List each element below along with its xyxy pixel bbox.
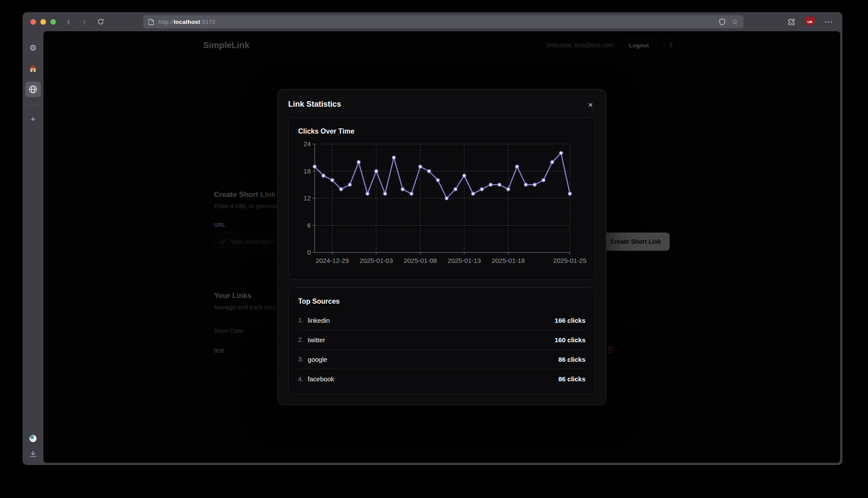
browser-menu-icon[interactable]: ⋯ [824,16,834,27]
svg-text:18: 18 [303,167,311,175]
reload-icon[interactable] [95,12,107,31]
extensions-puzzle-icon[interactable] [787,18,796,26]
source-clicks: 166 clicks [555,317,585,324]
source-name: facebook [308,375,334,383]
url-bar[interactable]: http://localhost:5173 ☆ [143,15,743,28]
top-source-row: 4.facebook86 clicks [298,369,585,389]
source-clicks: 160 clicks [555,336,585,344]
top-source-row: 1.linkedin166 clicks [298,311,585,330]
screen: ‹ › http://localhost:5173 [0,0,868,498]
source-clicks: 86 clicks [558,356,585,363]
svg-text:2025-01-25: 2025-01-25 [553,257,587,264]
window-zoom-button[interactable] [50,19,56,25]
url-text: http://localhost:5173 [158,19,215,25]
sidebar-divider [26,105,39,105]
svg-text:12: 12 [303,194,311,202]
top-source-row: 3.google86 clicks [298,350,585,369]
active-tab-globe-icon[interactable] [25,82,41,97]
modal-title: Link Statistics [288,100,341,109]
clicks-over-time-card: Clicks Over Time 061218242024-12-292025-… [288,118,595,280]
home-tab-icon[interactable] [25,61,41,76]
browser-sidebar: ⚙ + [23,31,43,465]
tracking-shield-icon[interactable] [719,18,726,26]
url-port: :5173 [200,19,215,25]
forward-icon[interactable]: › [78,12,90,31]
ublock-extension-icon[interactable]: UB [805,17,815,26]
account-sphere-icon[interactable] [28,434,38,443]
settings-gear-icon[interactable]: ⚙ [25,40,41,56]
browser-toolbar: ‹ › http://localhost:5173 [23,12,842,31]
top-sources-list: 1.linkedin166 clicks2.twitter160 clicks3… [298,311,585,389]
chart-title: Clicks Over Time [298,128,585,135]
url-host: localhost [174,19,200,25]
window-minimize-button[interactable] [40,19,46,25]
source-name: twitter [308,336,325,344]
svg-text:2025-01-18: 2025-01-18 [492,257,525,264]
url-prefix: http:// [158,19,174,25]
top-source-row: 2.twitter160 clicks [298,330,585,350]
window-close-button[interactable] [30,19,36,25]
svg-text:2025-01-03: 2025-01-03 [360,257,393,264]
source-name: google [308,356,327,363]
svg-text:6: 6 [307,222,311,229]
downloads-icon[interactable] [29,450,37,458]
svg-text:2025-01-08: 2025-01-08 [404,257,437,264]
source-rank: 1. [298,317,303,324]
svg-text:2025-01-13: 2025-01-13 [447,257,481,264]
back-icon[interactable]: ‹ [62,12,75,31]
traffic-lights [30,19,56,25]
source-rank: 3. [298,356,303,363]
modal-close-icon[interactable]: × [585,100,595,110]
svg-text:2024-12-29: 2024-12-29 [316,257,349,264]
source-clicks: 86 clicks [558,375,585,383]
svg-text:0: 0 [307,249,311,256]
svg-text:24: 24 [303,140,311,147]
link-statistics-modal: Link Statistics × Clicks Over Time 06121… [277,89,606,405]
clicks-over-time-chart: 061218242024-12-292025-01-032025-01-0820… [298,140,587,270]
page-viewport: SimpleLink Welcome, test@test.com Logout… [43,31,840,463]
top-sources-card: Top Sources 1.linkedin166 clicks2.twitte… [288,288,595,394]
browser-window: ‹ › http://localhost:5173 [23,12,842,465]
top-sources-title: Top Sources [298,298,585,305]
page-icon [148,19,154,25]
source-rank: 4. [298,376,303,383]
new-tab-icon[interactable]: + [25,111,41,127]
source-rank: 2. [298,336,303,343]
source-name: linkedin [308,317,330,324]
bookmark-star-icon[interactable]: ☆ [732,17,738,26]
